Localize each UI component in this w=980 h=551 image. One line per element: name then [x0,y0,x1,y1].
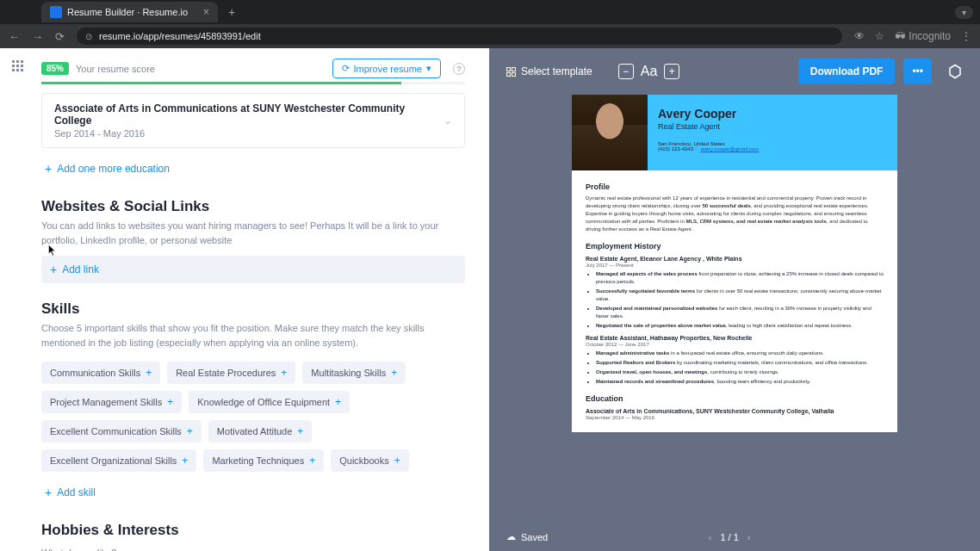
add-education-button[interactable]: + Add one more education [41,157,465,181]
eye-off-icon[interactable]: 👁 [854,30,865,42]
improve-resume-button[interactable]: ⟳ Improve resume ▾ [332,59,441,78]
plus-icon: + [281,367,287,379]
select-template-button[interactable]: Select template [506,65,592,77]
job1-title: Real Estate Agent, Eleanor Lane Agency ,… [586,256,884,262]
hexagon-icon[interactable] [947,64,963,79]
apps-icon[interactable] [12,60,23,71]
back-icon[interactable]: ← [9,30,20,43]
plus-icon: + [45,162,52,176]
skill-label: Real Estate Procedures [176,368,276,378]
font-increase-button[interactable]: + [664,64,679,79]
incognito-badge: 🕶Incognito [895,30,951,42]
plus-icon: + [309,455,315,467]
skill-suggestions: Communication Skills+Real Estate Procedu… [41,362,465,472]
saved-indicator: ☁ Saved [506,531,548,542]
profile-heading: Profile [586,183,884,191]
employment-heading: Employment History [586,242,884,251]
job2-bullet: Supported Realtors and Brokers by coordi… [596,359,884,367]
plus-icon: + [182,455,188,467]
refresh-icon: ⟳ [342,63,350,74]
font-label: Aa [641,64,658,79]
plus-icon: + [394,455,400,467]
skill-chip[interactable]: Knowledge of Office Equipment+ [189,391,350,413]
prev-page-button[interactable]: ‹ [709,532,712,542]
score-badge: 85% [41,62,69,75]
education-dates: Sep 2014 - May 2016 [54,128,443,139]
resume-photo [572,95,648,170]
browser-menu-icon[interactable]: ⋮ [961,30,971,42]
tab-title: Resume Builder · Resume.io [67,7,188,17]
skills-heading: Skills [41,300,465,318]
new-tab-button[interactable]: + [228,5,235,19]
skill-label: Project Management Skills [50,397,162,407]
add-link-button[interactable]: + Add link [41,256,465,283]
skill-chip[interactable]: Real Estate Procedures+ [167,362,295,384]
resume-name: Avery Cooper [658,107,759,121]
edu-title: Associate of Arts in Communications, SUN… [586,408,884,414]
skill-chip[interactable]: Communication Skills+ [41,362,160,384]
job2-bullet: Maintained records and streamlined proce… [596,378,884,386]
close-icon[interactable]: × [203,6,209,18]
plus-icon: + [391,367,397,379]
help-icon[interactable]: ? [453,63,465,75]
skill-chip[interactable]: Multitasking Skills+ [302,362,406,384]
skill-chip[interactable]: Motivated Attitude+ [208,420,312,443]
job1-bullet: Successfully negotiated favorable terms … [596,288,884,303]
skill-label: Marketing Techniques [212,455,304,466]
skill-label: Knowledge of Office Equipment [197,397,330,407]
window-menu[interactable]: ▾ [955,6,973,19]
skills-desc: Choose 5 important skills that show you … [41,321,465,350]
job2-dates: October 2012 — June 2017 [586,342,884,347]
left-rail [0,48,34,551]
resume-email: avery.cooper@gmail.com [700,146,759,152]
resume-preview: Avery Cooper Real Estate Agent San Franc… [572,95,897,432]
edu-dates: September 2014 — May 2016 [586,415,884,420]
skill-label: Communication Skills [50,368,140,378]
skill-chip[interactable]: Quickbooks+ [331,449,409,472]
plus-icon: + [167,396,173,408]
job1-dates: July 2017 — Present [586,263,884,268]
skill-label: Excellent Organizational Skills [50,455,177,466]
skill-label: Multitasking Skills [311,368,386,378]
browser-tab[interactable]: Resume Builder · Resume.io × [41,2,218,22]
plus-icon: + [45,486,52,499]
url-text: resume.io/app/resumes/45893991/edit [99,31,261,41]
chevron-down-icon[interactable]: ⌄ [443,115,452,127]
resume-phone: (415) 123-4343 [658,146,693,152]
plus-icon: + [50,263,57,276]
tab-favicon [50,6,62,18]
education-heading: Education [586,394,884,403]
page-indicator: 1 / 1 [720,532,738,542]
template-grid-icon [506,67,516,77]
education-item[interactable]: Associate of Arts in Communications at S… [41,93,465,148]
url-input[interactable]: ⊙ resume.io/app/resumes/45893991/edit [77,28,842,45]
skill-chip[interactable]: Excellent Communication Skills+ [41,420,202,443]
forward-icon[interactable]: → [32,30,43,43]
cloud-icon: ☁ [506,531,516,542]
job1-bullet: Developed and maintained personalized we… [596,305,884,320]
site-info-icon[interactable]: ⊙ [85,32,92,41]
font-decrease-button[interactable]: − [618,64,634,79]
next-page-button[interactable]: › [747,532,751,542]
plus-icon: + [297,425,303,437]
websites-heading: Websites & Social Links [41,198,465,215]
browser-tab-bar: Resume Builder · Resume.io × + ▾ [0,0,980,24]
skill-chip[interactable]: Marketing Techniques+ [203,449,324,472]
reload-icon[interactable]: ⟳ [55,30,65,43]
download-pdf-button[interactable]: Download PDF [798,59,896,84]
skill-chip[interactable]: Excellent Organizational Skills+ [41,449,196,472]
svg-marker-0 [950,65,960,78]
resume-role: Real Estate Agent [658,122,759,131]
address-bar: ← → ⟳ ⊙ resume.io/app/resumes/45893991/e… [0,24,980,48]
add-skill-button[interactable]: + Add skill [41,480,465,505]
job1-bullet: Negotiated the sale of properties above … [596,322,884,330]
preview-panel: Select template − Aa + Download PDF ••• … [489,48,980,551]
editor-panel: 85% Your resume score ⟳ Improve resume ▾… [34,48,489,551]
bookmark-icon[interactable]: ☆ [875,30,884,42]
plus-icon: + [146,367,152,379]
skill-label: Quickbooks [339,455,388,466]
skill-chip[interactable]: Project Management Skills+ [41,391,182,413]
more-actions-button[interactable]: ••• [903,59,932,84]
job1-bullet: Managed all aspects of the sales process… [596,270,884,286]
plus-icon: + [187,425,193,437]
